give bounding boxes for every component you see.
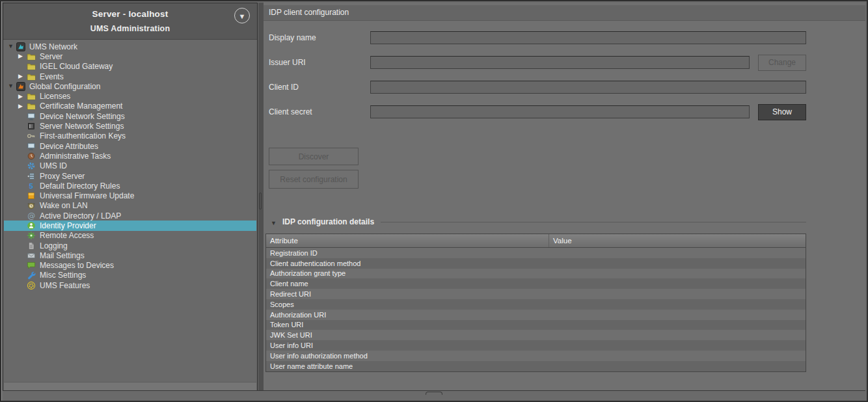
change-button[interactable]: Change: [758, 55, 806, 71]
tree-item-messages-to-devices[interactable]: Messages to Devices: [4, 261, 256, 271]
issuer-uri-input[interactable]: [370, 56, 750, 69]
expander-collapsed-icon[interactable]: [18, 53, 27, 59]
expander-collapsed-icon[interactable]: [18, 94, 27, 100]
tree: UMS NetworkServerIGEL Cloud GatewayEvent…: [4, 40, 256, 381]
bottom-bar: [3, 390, 865, 399]
table-row-token-uri[interactable]: Token URI: [266, 320, 806, 330]
tree-item-label: Licenses: [40, 92, 70, 101]
tree-item-default-directory-rules[interactable]: 5Default Directory Rules: [4, 181, 256, 191]
idp-details-section-header[interactable]: IDP configuration details: [271, 216, 806, 228]
folder-icon: [27, 52, 36, 61]
attribute-column-header[interactable]: Attribute: [266, 234, 549, 247]
igel-orange-icon: [16, 82, 26, 91]
tree-item-universal-firmware-update[interactable]: Universal Firmware Update: [4, 191, 256, 200]
attribute-cell: User info authorization method: [266, 352, 549, 360]
tree-item-events[interactable]: Events: [4, 72, 256, 81]
table-row-authorization-grant-type[interactable]: Authorization grant type: [266, 269, 806, 279]
folder-icon: [27, 62, 36, 71]
tree-item-mail-settings[interactable]: Mail Settings: [4, 250, 256, 260]
tree-item-first-authentication-keys[interactable]: First-authentication Keys: [4, 131, 256, 141]
tree-item-wake-on-lan[interactable]: Wake on LAN: [4, 201, 256, 211]
tree-item-label: UMS ID: [40, 161, 67, 170]
discover-button[interactable]: Discover: [269, 148, 359, 165]
server-book-icon: [27, 122, 36, 131]
collapse-sidebar-button[interactable]: [234, 8, 250, 23]
tree-item-label: Remote Access: [40, 231, 94, 240]
table-row-user-info-uri[interactable]: User info URI: [266, 340, 806, 351]
sidebar-header: Server - localhost UMS Administration: [3, 3, 257, 40]
tree-item-certificate-management[interactable]: Certificate Management: [4, 101, 256, 111]
folder-icon: [27, 92, 36, 101]
splitter-handle-icon[interactable]: [259, 193, 262, 209]
tree-item-active-directory-ldap[interactable]: @Active Directory / LDAP: [4, 211, 256, 221]
tree-item-igel-cloud-gateway[interactable]: IGEL Cloud Gateway: [4, 62, 256, 72]
tree-item-ums-network[interactable]: UMS Network: [4, 42, 256, 51]
tree-item-licenses[interactable]: Licenses: [4, 91, 256, 101]
value-column-header[interactable]: Value: [549, 234, 806, 247]
tree-item-label: Server: [40, 52, 62, 61]
tree-item-remote-access[interactable]: Remote Access: [4, 231, 256, 241]
idp-details-title: IDP configuration details: [282, 217, 374, 226]
attribute-cell: User info URI: [266, 342, 549, 349]
gear-yellow-icon: [27, 281, 36, 290]
tree-item-administrative-tasks[interactable]: Administrative Tasks: [4, 151, 256, 161]
reset-configuration-button[interactable]: Reset configuration: [269, 170, 359, 189]
tree-item-logging[interactable]: Logging: [4, 241, 256, 250]
attribute-cell: User name attribute name: [266, 362, 549, 370]
sidebar-hscrollbar[interactable]: [4, 382, 256, 390]
tree-item-label: Mail Settings: [40, 251, 85, 260]
table-row-authorization-uri[interactable]: Authorization URI: [266, 310, 806, 320]
attribute-cell: Token URI: [266, 321, 549, 328]
server-title: Server - localhost: [3, 3, 257, 19]
expander-collapsed-icon[interactable]: [18, 74, 27, 79]
tree-item-server-network-settings[interactable]: Server Network Settings: [4, 121, 256, 131]
tree-item-label: UMS Network: [29, 42, 77, 51]
circle-down-arrow-icon: [239, 10, 246, 21]
display-name-input[interactable]: [370, 31, 806, 44]
bottom-splitter-handle-icon[interactable]: [426, 392, 442, 395]
table-row-scopes[interactable]: Scopes: [266, 299, 806, 310]
monitor-icon: [27, 112, 36, 121]
panel-title: IDP client configuration: [264, 5, 865, 21]
table-row-user-info-authorization-method[interactable]: User info authorization method: [266, 351, 806, 361]
issuer-uri-field: Issuer URI Change: [264, 55, 865, 70]
tree-item-server[interactable]: Server: [4, 51, 256, 61]
alarm-icon: [27, 201, 36, 210]
show-button[interactable]: Show: [758, 104, 806, 120]
sidebar-subtitle: UMS Administration: [3, 19, 257, 33]
tree-item-device-attributes[interactable]: Device Attributes: [4, 141, 256, 151]
tree-item-global-configuration[interactable]: Global Configuration: [4, 81, 256, 91]
tree-item-label: Server Network Settings: [40, 122, 124, 131]
tree-item-ums-id[interactable]: UMS ID: [4, 161, 256, 171]
tree-item-identity-provider[interactable]: Identity Provider: [4, 221, 256, 230]
tree-item-label: First-authentication Keys: [40, 131, 126, 141]
app-window: Server - localhost UMS Administration UM…: [0, 0, 868, 402]
vertical-splitter[interactable]: [258, 3, 264, 392]
expander-collapsed-icon[interactable]: [18, 103, 27, 109]
expander-expanded-icon[interactable]: [8, 44, 16, 49]
table-row-redirect-uri[interactable]: Redirect URI: [266, 289, 806, 299]
table-row-jwk-set-uri[interactable]: JWK Set URI: [266, 330, 806, 340]
section-expanded-triangle-icon[interactable]: [271, 216, 277, 228]
tree-item-misc-settings[interactable]: Misc Settings: [4, 271, 256, 280]
expander-expanded-icon[interactable]: [8, 83, 16, 89]
tree-item-label: Administrative Tasks: [40, 152, 111, 161]
speech-icon: [27, 261, 36, 270]
attribute-cell: Client name: [266, 280, 549, 288]
table-row-client-name[interactable]: Client name: [266, 278, 806, 289]
section-divider: [381, 222, 806, 222]
star-icon: [27, 231, 36, 240]
attribute-cell: Registration ID: [266, 249, 549, 257]
svg-text:@: @: [27, 211, 35, 221]
tree-item-device-network-settings[interactable]: Device Network Settings: [4, 111, 256, 121]
client-secret-input[interactable]: [370, 105, 750, 118]
tree-item-label: Active Directory / LDAP: [40, 211, 121, 221]
table-row-registration-id[interactable]: Registration ID: [266, 248, 806, 258]
client-id-input[interactable]: [370, 81, 806, 94]
table-row-user-name-attribute-name[interactable]: User name attribute name: [266, 361, 806, 371]
person-icon: [27, 221, 36, 230]
tree-item-proxy-server[interactable]: Proxy Server: [4, 171, 256, 181]
tree-item-label: Default Directory Rules: [40, 181, 120, 191]
tree-item-ums-features[interactable]: UMS Features: [4, 280, 256, 290]
table-row-client-authentication-method[interactable]: Client authentication method: [266, 258, 806, 269]
